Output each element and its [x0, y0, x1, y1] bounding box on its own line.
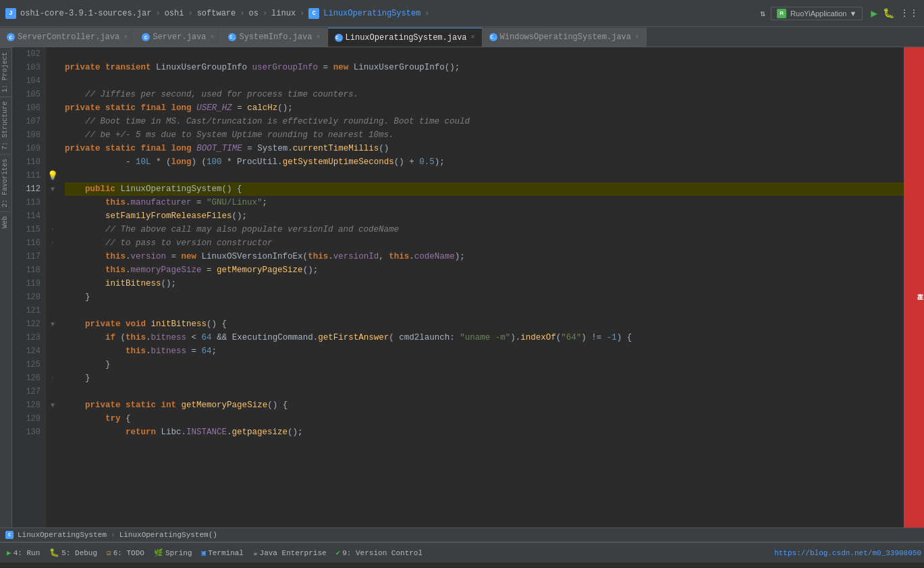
- kw-static-109: static: [105, 142, 136, 155]
- tool-debug[interactable]: 🐛 5: Debug: [45, 546, 101, 559]
- fold-108: [46, 128, 59, 142]
- bottom-tool-bar: ▶ 4: Run 🐛 5: Debug ☑ 6: TODO 🌿 Spring ▣…: [0, 542, 924, 563]
- kw-this-113: this: [105, 196, 126, 209]
- tab-label: ServerController.java: [18, 32, 119, 42]
- kw-new-117: new: [182, 250, 197, 263]
- breadcrumb-software[interactable]: software: [197, 9, 236, 18]
- line-121: 121: [12, 304, 40, 317]
- tool-version-control[interactable]: ✔ 9: Version Control: [332, 547, 427, 559]
- fold-118: [46, 263, 59, 277]
- line-108: 108: [12, 128, 40, 142]
- tab-close-server[interactable]: ×: [210, 34, 214, 41]
- tool-run[interactable]: ▶ 4: Run: [3, 547, 44, 559]
- debug-button[interactable]: 🐛: [883, 7, 894, 19]
- tab-close-linux-os[interactable]: ×: [471, 34, 475, 41]
- tool-spring[interactable]: 🌿 Spring: [150, 547, 196, 559]
- line-103: 103: [12, 61, 40, 74]
- editor-wrapper: 102 103 104 105 106 107 108 109 110 111 …: [12, 47, 924, 527]
- line-119: 119: [12, 277, 40, 290]
- dot-115: ◦: [51, 226, 54, 233]
- line-127: 127: [12, 385, 40, 398]
- tab-systeminfo[interactable]: C_ SystemInfo.java ×: [221, 28, 327, 47]
- tool-terminal[interactable]: ▣ Terminal: [198, 547, 248, 559]
- comment-107: // Boot time in MS. Cast/truncation is e…: [65, 115, 470, 128]
- breadcrumb-jar[interactable]: oshi-core-3.9.1-sources.jar: [20, 9, 151, 18]
- fold-marker-128[interactable]: ▼: [51, 402, 55, 409]
- code-line-127: [65, 385, 904, 398]
- fold-123: [46, 331, 59, 344]
- kw-private-106: private: [65, 101, 101, 115]
- todo-tool-label: 6: TODO: [113, 549, 144, 557]
- fold-126: ◦: [46, 371, 59, 385]
- tab-close-windows-os[interactable]: ×: [635, 34, 639, 41]
- tab-label-3: SystemInfo.java: [239, 32, 312, 42]
- fold-112: ▼: [46, 182, 59, 196]
- more-options-button[interactable]: ⋮⋮: [900, 7, 919, 19]
- kw-long-106: long: [171, 101, 192, 115]
- line-115: 115: [12, 223, 40, 236]
- tab-label-4: LinuxOperatingSystem.java: [346, 33, 467, 43]
- line-125: 125: [12, 358, 40, 371]
- breadcrumb-oshi[interactable]: oshi: [165, 9, 184, 18]
- tool-todo[interactable]: ☑ 6: TODO: [103, 547, 148, 559]
- java-enterprise-icon: ☕: [253, 548, 258, 557]
- breadcrumb-os[interactable]: os: [248, 9, 258, 18]
- code-editor[interactable]: private transient LinuxUserGroupInfo use…: [59, 47, 904, 527]
- line-116: 116: [12, 236, 40, 250]
- breadcrumb-class-name[interactable]: LinuxOperatingSystem: [18, 531, 107, 539]
- kw-this-117: this: [105, 250, 126, 263]
- breadcrumb-method-name[interactable]: LinuxOperatingSystem(): [119, 531, 217, 539]
- todo-tool-icon: ☑: [107, 548, 111, 557]
- tool-java-enterprise[interactable]: ☕ Java Enterprise: [249, 547, 331, 559]
- code-line-117: this . version = new LinuxOSVersionInfoE…: [65, 250, 904, 263]
- code-line-116: // to pass to version constructor: [65, 236, 904, 250]
- line-114: 114: [12, 209, 40, 223]
- sidebar-item-favorites[interactable]: 2: Favorites: [0, 154, 11, 211]
- status-url[interactable]: https://blog.csdn.net/m0_33908050: [774, 549, 921, 557]
- sidebar-item-web[interactable]: Web: [0, 211, 11, 232]
- line-111: 111: [12, 169, 40, 182]
- tab-linux-os[interactable]: C_ LinuxOperatingSystem.java ×: [328, 28, 483, 47]
- fold-130: [46, 425, 59, 439]
- tab-windows-os[interactable]: C_ WindowsOperatingSystem.java ×: [483, 28, 647, 47]
- line-130: 130: [12, 425, 40, 439]
- kw-static-128: static: [126, 398, 156, 412]
- comment-116: // to pass to version constructor: [65, 236, 273, 250]
- run-button[interactable]: ▶: [871, 7, 877, 20]
- fold-120: [46, 290, 59, 304]
- side-labels: 1: Project 7: Structure 2: Favorites Web: [0, 47, 12, 527]
- code-line-109: private static final long BOOT_TIME = Sy…: [65, 142, 904, 155]
- tab-close-server-controller[interactable]: ×: [124, 34, 128, 41]
- fold-marker-122[interactable]: ▼: [51, 321, 55, 328]
- breadcrumb-class[interactable]: LinuxOperatingSystem: [323, 9, 420, 18]
- field-bitness-123: bitness: [151, 331, 187, 344]
- comment-108: // be +/- 5 ms due to System Uptime roun…: [65, 128, 394, 142]
- method-getSystemUptimeSeconds: getSystemUptimeSeconds: [283, 155, 394, 169]
- tab-close-systeminfo[interactable]: ×: [317, 34, 321, 41]
- field-versionId: versionId: [333, 250, 379, 263]
- fold-116: ◦: [46, 236, 59, 250]
- spring-tool-icon: 🌿: [154, 548, 163, 557]
- tab-server-controller[interactable]: C ServerController.java ×: [0, 28, 135, 47]
- breadcrumb-class-icon: C: [5, 531, 13, 539]
- code-line-107: // Boot time in MS. Cast/truncation is e…: [65, 115, 904, 128]
- tab-server[interactable]: C Server.java ×: [135, 28, 221, 47]
- breadcrumb-linux[interactable]: linux: [271, 9, 296, 18]
- run-app-button[interactable]: R RuoYiApplication ▼: [771, 7, 863, 20]
- code-line-108: // be +/- 5 ms due to System Uptime roun…: [65, 128, 904, 142]
- code-line-111: [65, 169, 904, 182]
- code-line-125: }: [65, 358, 904, 371]
- fold-marker-112[interactable]: ▼: [51, 186, 55, 193]
- num-100: 100: [207, 155, 222, 169]
- field-codeName: codeName: [414, 250, 455, 263]
- sidebar-item-structure[interactable]: 7: Structure: [0, 97, 11, 154]
- spring-tool-label: Spring: [165, 549, 192, 557]
- fold-125: [46, 358, 59, 371]
- bulb-icon-111[interactable]: 💡: [47, 170, 58, 181]
- fold-122: ▼: [46, 317, 59, 331]
- line-124: 124: [12, 344, 40, 358]
- sidebar-item-project[interactable]: 1: Project: [0, 47, 11, 97]
- fold-109: [46, 142, 59, 155]
- kw-long-110: long: [171, 155, 192, 169]
- code-line-105: // Jiffies per second, used for process …: [65, 88, 904, 101]
